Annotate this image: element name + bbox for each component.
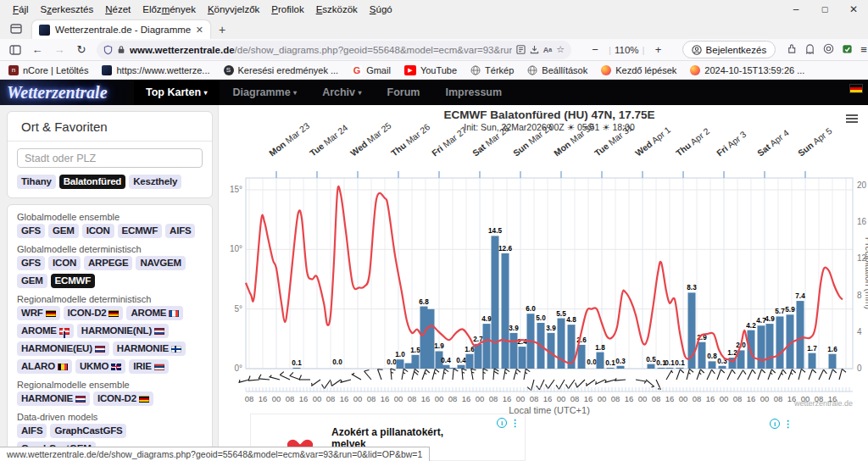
svg-text:0.8: 0.8 [707, 353, 717, 360]
models-card: Globalmodelle ensembleGFSGEMICONECMWFAIF… [7, 204, 213, 461]
bookmark-item[interactable]: nnCore | Letöltés [8, 65, 88, 75]
zoom-out-button[interactable]: − [585, 41, 605, 59]
svg-text:Wed Apr 1: Wed Apr 1 [633, 125, 672, 158]
location-keszthely[interactable]: Keszthely [129, 175, 181, 189]
model-aifs[interactable]: AIFS [165, 224, 195, 238]
close-button[interactable]: ✕ [839, 0, 868, 19]
new-tab-button[interactable]: + [219, 23, 225, 36]
day-label: Fri Mar 27 [430, 125, 469, 158]
tab-close-icon[interactable]: ✕ [196, 25, 203, 36]
site-nav-diagramme[interactable]: Diagramme ▾ [221, 80, 309, 106]
svg-text:16: 16 [503, 394, 512, 403]
extension-badge-icon[interactable] [786, 42, 797, 58]
menu-nézet[interactable]: Nézet [99, 2, 136, 17]
location-tihany[interactable]: Tihany [17, 175, 56, 189]
menu-súgó[interactable]: Súgó [364, 2, 398, 17]
app-menu-icon[interactable]: ≡ [860, 43, 867, 56]
bookmark-item[interactable]: ▶YouTube [404, 65, 457, 75]
model-harmonie[interactable]: HARMONIE [113, 342, 186, 356]
site-nav-impressum[interactable]: Impressum [433, 80, 514, 105]
model-gfs[interactable]: GFS [17, 224, 45, 238]
svg-text:0.1: 0.1 [292, 359, 302, 367]
menu-könyvjelzők[interactable]: Könyvjelzők [202, 2, 265, 17]
german-flag-icon[interactable] [849, 84, 863, 93]
bookmark-item[interactable]: Beállítások [527, 65, 587, 75]
model-harmonie-eu-[interactable]: HARMONIE(EU) [17, 342, 109, 356]
model-icon[interactable]: ICON [82, 224, 114, 238]
bookmark-item[interactable]: GGmail [352, 65, 391, 75]
model-icon-d2[interactable]: ICON-D2 [64, 306, 124, 320]
reload-button[interactable]: ↻ [71, 41, 92, 59]
forward-button[interactable]: → [49, 41, 70, 59]
chart-menu-icon[interactable] [846, 115, 858, 122]
model-alaro[interactable]: ALARO [17, 359, 72, 374]
bookmark-star-icon[interactable]: ☆ [556, 44, 565, 55]
bookmark-item[interactable]: Térkép [470, 65, 514, 75]
menu-eszközök[interactable]: Eszközök [310, 2, 364, 17]
ghostery-icon[interactable] [804, 42, 815, 58]
svg-text:Fri Mar 27: Fri Mar 27 [430, 125, 469, 158]
model-icon-d2[interactable]: ICON-D2 [93, 392, 153, 406]
model-arpege[interactable]: ARPEGE [84, 256, 132, 270]
url-bar[interactable]: www.wetterzentrale.de/de/show_diagrams.p… [97, 41, 571, 59]
model-gem[interactable]: GEM [48, 224, 79, 238]
model-gfs[interactable]: GFS [17, 256, 45, 270]
save-page-icon[interactable] [530, 45, 539, 54]
model-harmonie[interactable]: HARMONIE [17, 392, 90, 406]
minimize-button[interactable]: – [782, 0, 810, 19]
model-arome[interactable]: AROME [17, 324, 74, 338]
svg-text:1.8: 1.8 [595, 344, 605, 352]
menu-előzmények[interactable]: Előzmények [136, 2, 202, 17]
bookmark-item[interactable]: 2024-10-15T13:59:26 ... [690, 65, 804, 75]
location-search-input[interactable] [17, 148, 203, 168]
browser-tab[interactable]: Wetterzentrale.de - Diagramme ✕ [32, 20, 210, 39]
shield-icon[interactable] [103, 45, 113, 55]
location-balatonf-red[interactable]: Balatonfüred [59, 175, 126, 189]
svg-text:10°: 10° [230, 244, 242, 253]
model-ukmo[interactable]: UKMO [75, 359, 125, 374]
translate-icon[interactable]: Aa [543, 46, 552, 54]
sidebar-toggle-icon[interactable] [5, 41, 25, 59]
maximize-button[interactable]: ▢ [810, 0, 839, 19]
bookmark-label: https://www.wetterze... [116, 65, 209, 75]
site-logo[interactable]: Wetterzentrale [0, 80, 127, 105]
svg-text:00: 00 [272, 394, 281, 403]
bookmark-item[interactable]: Kezdő lépések [601, 65, 676, 75]
bookmark-item[interactable]: https://www.wetterze... [102, 65, 209, 75]
ad2-options-icon[interactable]: ⋮ [783, 419, 793, 429]
ad2-info-icon[interactable]: i [770, 419, 780, 429]
svg-text:Tue Mar 24: Tue Mar 24 [308, 122, 350, 158]
svg-text:08: 08 [530, 394, 539, 403]
site-nav-forum[interactable]: Forum [376, 80, 432, 105]
site-nav-top-karten[interactable]: Top Karten ▾ [134, 80, 220, 106]
zoom-level[interactable]: 110% [615, 45, 639, 55]
model-arome[interactable]: AROME [126, 306, 183, 320]
model-ecmwf[interactable]: ECMWF [51, 274, 95, 288]
reader-mode-icon[interactable] [516, 45, 526, 54]
model-wrf[interactable]: WRF [17, 306, 60, 320]
firefox-view-icon[interactable] [5, 20, 27, 37]
model-harmonie-nl-[interactable]: HARMONIE(NL) [77, 324, 169, 338]
model-aifs[interactable]: AIFS [17, 424, 47, 438]
model-irie[interactable]: IRIE [129, 359, 169, 374]
zoom-in-button[interactable]: + [648, 41, 669, 59]
day-label: Wed Apr 1 [633, 125, 672, 158]
model-icon[interactable]: ICON [48, 256, 81, 270]
menu-fájl[interactable]: Fájl [7, 2, 35, 17]
model-gem[interactable]: GEM [17, 274, 47, 288]
menu-profilok[interactable]: Profilok [265, 2, 309, 17]
svg-text:0.4: 0.4 [441, 357, 451, 364]
model-graphcastgfs[interactable]: GraphCastGFS [50, 424, 126, 438]
back-button[interactable]: ← [27, 41, 47, 59]
site-nav-archiv[interactable]: Archiv ▾ [310, 80, 373, 106]
bookmark-item[interactable]: SKeresési eredmények ... [224, 65, 339, 75]
svg-text:16: 16 [747, 394, 756, 403]
menu-szerkesztés[interactable]: Szerkesztés [35, 2, 100, 17]
adblock-icon[interactable] [842, 42, 853, 58]
privacy-badger-icon[interactable] [823, 42, 834, 58]
lock-icon[interactable] [117, 45, 125, 54]
page-content: Ort & Favoriten TihanyBalatonfüredKeszth… [0, 105, 868, 461]
signin-button[interactable]: Bejelentkezés [682, 41, 776, 58]
model-ecmwf[interactable]: ECMWF [118, 224, 162, 238]
model-navgem[interactable]: NAVGEM [136, 256, 185, 270]
